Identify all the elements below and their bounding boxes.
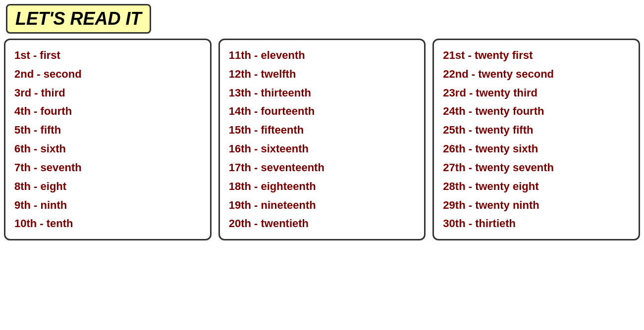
ordinal-item: 11th - eleventh — [229, 46, 416, 65]
column-box-2: 11th - eleventh12th - twelfth13th - thir… — [218, 39, 426, 240]
columns-container: 1st - first2nd - second3rd - third4th - … — [4, 39, 640, 240]
ordinal-item: 13th - thirteenth — [229, 84, 416, 102]
ordinal-item: 5th - fifth — [14, 121, 201, 140]
ordinal-item: 25th - twenty fifth — [443, 121, 630, 140]
ordinal-item: 26th - twenty sixth — [443, 140, 630, 158]
ordinal-item: 24th - twenty fourth — [443, 102, 630, 121]
title-box: LET'S READ IT — [6, 4, 151, 34]
column-box-1: 1st - first2nd - second3rd - third4th - … — [4, 39, 212, 240]
ordinal-item: 17th - seventeenth — [229, 158, 416, 177]
ordinal-item: 16th - sixteenth — [229, 140, 416, 158]
ordinal-item: 20th - twentieth — [229, 214, 416, 233]
ordinal-item: 23rd - twenty third — [443, 84, 630, 102]
ordinal-item: 8th - eight — [14, 177, 201, 196]
ordinal-item: 27th - twenty seventh — [443, 158, 630, 177]
ordinal-item: 15th - fifteenth — [229, 121, 416, 140]
ordinal-item: 7th - seventh — [14, 158, 201, 177]
ordinal-item: 3rd - third — [14, 84, 201, 102]
ordinal-item: 10th - tenth — [14, 214, 201, 233]
ordinal-item: 2nd - second — [14, 65, 201, 84]
ordinal-item: 18th - eighteenth — [229, 177, 416, 196]
ordinal-item: 22nd - twenty second — [443, 65, 630, 84]
ordinal-item: 9th - ninth — [14, 196, 201, 215]
ordinal-item: 4th - fourth — [14, 102, 201, 121]
ordinal-item: 29th - twenty ninth — [443, 196, 630, 215]
title-text: LET'S READ IT — [15, 8, 142, 29]
ordinal-item: 21st - twenty first — [443, 46, 630, 65]
ordinal-item: 6th - sixth — [14, 140, 201, 158]
ordinal-item: 19th - nineteenth — [229, 196, 416, 215]
ordinal-item: 14th - fourteenth — [229, 102, 416, 121]
column-box-3: 21st - twenty first22nd - twenty second … — [432, 39, 640, 240]
ordinal-item: 28th - twenty eight — [443, 177, 630, 196]
ordinal-item: 12th - twelfth — [229, 65, 416, 84]
ordinal-item: 30th - thirtieth — [443, 214, 630, 233]
ordinal-item: 1st - first — [14, 46, 201, 65]
